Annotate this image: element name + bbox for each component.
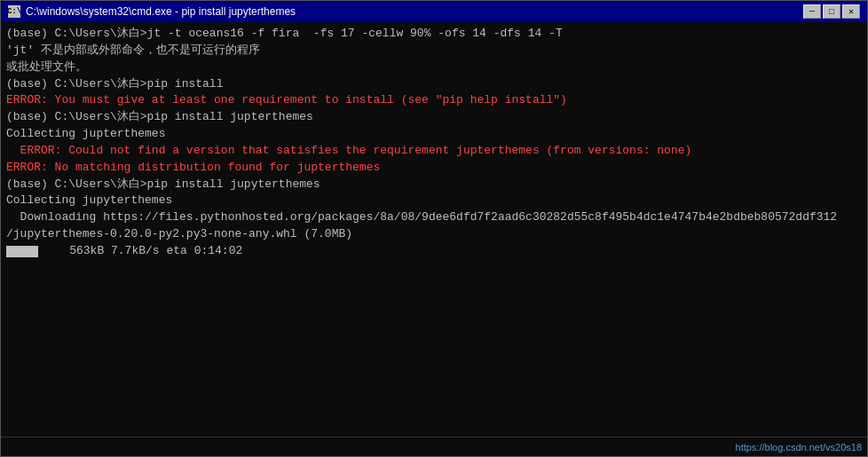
- title-bar: C:\ C:\windows\system32\cmd.exe - pip in…: [1, 1, 867, 22]
- terminal-line-1: 'jt' 不是内部或外部命令，也不是可运行的程序: [6, 43, 862, 59]
- terminal-line-0: (base) C:\Users\沐白>jt -t oceans16 -f fir…: [6, 26, 862, 43]
- terminal-line-10: ERROR: No matching distribution found fo…: [6, 160, 862, 177]
- title-bar-buttons: ─ □ ✕: [803, 4, 860, 19]
- terminal-line-5: ERROR: You must give at least one requir…: [6, 92, 862, 109]
- title-bar-text: C:\windows\system32\cmd.exe - pip instal…: [26, 5, 296, 18]
- status-right-link: https://blog.csdn.net/vs20s18: [736, 442, 862, 453]
- terminal-line-14: Downloading https://files.pythonhosted.o…: [6, 209, 862, 226]
- terminal-line-16: 563kB 7.7kB/s eta 0:14:02: [6, 243, 862, 260]
- terminal-line-7: (base) C:\Users\沐白>pip install jupterthe…: [6, 109, 862, 126]
- cmd-icon: C:\: [8, 5, 20, 18]
- close-button[interactable]: ✕: [842, 4, 860, 19]
- terminal-line-12: (base) C:\Users\沐白>pip install jupyterth…: [6, 177, 862, 193]
- terminal-line-8: Collecting jupterthemes: [6, 126, 862, 143]
- terminal-line-9: ERROR: Could not find a version that sat…: [6, 143, 862, 160]
- terminal-line-2: 或批处理文件。: [6, 59, 862, 76]
- cmd-window: C:\ C:\windows\system32\cmd.exe - pip in…: [0, 0, 868, 457]
- progress-text: 563kB 7.7kB/s eta 0:14:02: [42, 243, 242, 260]
- maximize-button[interactable]: □: [823, 4, 840, 19]
- title-bar-left: C:\ C:\windows\system32\cmd.exe - pip in…: [8, 5, 296, 18]
- progress-blocks: [6, 246, 38, 257]
- minimize-button[interactable]: ─: [803, 4, 821, 19]
- terminal-line-13: Collecting jupyterthemes: [6, 193, 862, 209]
- terminal-line-15: /jupyterthemes-0.20.0-py2.py3-none-any.w…: [6, 226, 862, 243]
- terminal-body: (base) C:\Users\沐白>jt -t oceans16 -f fir…: [1, 22, 867, 437]
- status-bar: https://blog.csdn.net/vs20s18: [1, 437, 867, 456]
- terminal-line-4: (base) C:\Users\沐白>pip install: [6, 76, 862, 93]
